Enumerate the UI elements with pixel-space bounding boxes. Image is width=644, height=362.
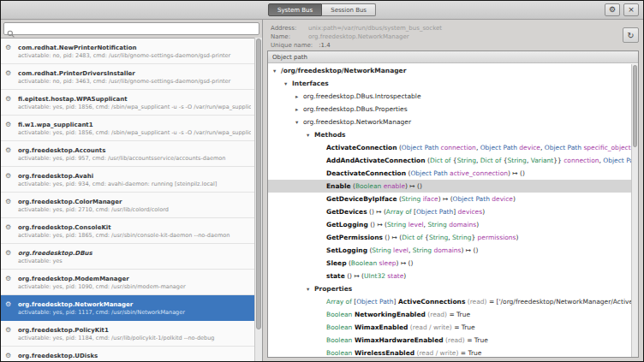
tree-row[interactable]: GetDeviceByIpIface (String iface) ↦ (Obj… — [268, 193, 631, 205]
type-label: String — [413, 246, 432, 254]
tree-row[interactable]: ActivateConnection (Object Path connecti… — [268, 141, 631, 154]
object-path-type: Object Path — [402, 144, 438, 151]
service-item[interactable]: ⚙org.freedesktop.UDisks — [1, 347, 254, 361]
service-detail: activatable: yes, pid: 1090, cmd: /usr/s… — [18, 283, 251, 291]
object-path-type: Object Path — [453, 195, 490, 203]
method-name: AddAndActivateConnection — [326, 157, 426, 164]
service-item[interactable]: ⚙org.freedesktop.NetworkManageractivatab… — [1, 295, 254, 321]
tree-scrollbar[interactable] — [631, 64, 638, 357]
method-name: Sleep — [326, 259, 347, 267]
expander-open-icon[interactable]: ▾ — [307, 283, 314, 295]
tree-row[interactable]: ▸org.freedesktop.DBus.Introspectable — [268, 90, 631, 103]
search-box — [3, 22, 259, 35]
tree-row[interactable]: GetDevices () ↦ (Array of [Object Path] … — [268, 205, 631, 218]
service-item[interactable]: ⚙org.freedesktop.ConsoleKitactivatable: … — [1, 218, 254, 244]
method-name: GetLogging — [326, 221, 368, 228]
search-input[interactable] — [15, 24, 256, 33]
name-value: org.freedesktop.NetworkManager — [308, 33, 409, 40]
service-item[interactable]: ⚙com.redhat.NewPrinterNotificationactiva… — [1, 39, 254, 64]
service-gear-icon: ⚙ — [5, 250, 11, 257]
service-detail: activatable: no, pid: 3463, cmd: /usr/li… — [18, 78, 251, 86]
tree-row[interactable]: Boolean NetworkingEnabled (read) = True — [268, 308, 631, 321]
expander-open-icon[interactable]: ▾ — [273, 65, 281, 77]
service-name: org.freedesktop.DBus — [18, 249, 251, 258]
tree-row[interactable]: Boolean WimaxEnabled (read / write) = Tr… — [268, 321, 631, 334]
tree-row[interactable]: AddAndActivateConnection (Dict of {Strin… — [268, 154, 631, 167]
type-label: Boolean — [326, 323, 352, 331]
type-label: Boolean — [326, 349, 352, 357]
object-path-type: Object Path — [480, 144, 517, 151]
object-path-column-header[interactable]: Object path — [268, 51, 638, 63]
type-label: String — [508, 157, 527, 164]
tree-row[interactable]: GetPermissions () ↦ (Dict of {String, St… — [268, 231, 631, 244]
expander-open-icon[interactable]: ▾ — [284, 78, 292, 90]
tree-row[interactable]: state () ↦ (UInt32 state) — [268, 270, 631, 282]
sidebar-scrollbar-thumb[interactable] — [256, 39, 261, 329]
service-item[interactable]: ⚙org.freedesktop.ColorManageractivatable… — [1, 193, 254, 218]
tree-row[interactable]: ▾Interfaces — [268, 77, 631, 90]
tree-row[interactable]: ▾org.freedesktop.NetworkManager — [268, 116, 631, 128]
tree-row[interactable]: ▾Methods — [268, 128, 631, 141]
service-item[interactable]: ⚙com.redhat.PrinterDriversInstalleractiv… — [1, 64, 254, 90]
signature-text: = ['/org/freedesktop/NetworkManager/Acti… — [487, 298, 632, 306]
name-label: Name: — [271, 33, 308, 41]
tree-row[interactable]: Array of [Object Path] ActiveConnections… — [268, 295, 631, 308]
service-item[interactable]: ⚙org.freedesktop.ModemManageractivatable… — [1, 270, 254, 295]
service-name: org.freedesktop.ColorManager — [18, 198, 251, 206]
unique-name-label: Unique name: — [271, 42, 313, 50]
tree-row[interactable]: Boolean WimaxHardwareEnabled (read) = Tr… — [268, 334, 631, 347]
close-button[interactable]: × — [623, 3, 639, 16]
unique-name-row: Unique name::1.4 — [271, 42, 617, 50]
refresh-button[interactable]: ↻ — [623, 27, 639, 43]
interface-name: org.freedesktop.DBus.Properties — [303, 105, 408, 113]
type-label: String — [452, 234, 471, 241]
arg-name: state — [385, 272, 403, 280]
tree-row[interactable]: ▾Properties — [268, 282, 631, 295]
expander-open-icon[interactable]: ▾ — [307, 129, 314, 141]
expander-closed-icon[interactable]: ▸ — [295, 91, 303, 103]
name-row: Name:org.freedesktop.NetworkManager — [271, 33, 617, 41]
service-item[interactable]: ⚙org.freedesktop.Accountsactivatable: ye… — [1, 141, 254, 167]
tree-row[interactable]: ▸org.freedesktop.DBus.Properties — [268, 103, 631, 116]
arg-name: enable — [381, 182, 405, 190]
sidebar-scrollbar[interactable] — [254, 38, 262, 361]
expander-open-icon[interactable]: ▾ — [295, 116, 303, 128]
signature-text: () ↦ ( — [383, 234, 402, 241]
dfeet-window: System Bus Session Bus ⚙ × ⚙com.redhat.N… — [0, 0, 644, 362]
type-label: Dict of — [430, 157, 451, 164]
arg-name: level — [391, 246, 408, 254]
session-bus-button[interactable]: Session Bus — [322, 3, 376, 16]
address-value: unix:path=/var/run/dbus/system_bus_socke… — [308, 25, 442, 32]
access-label: (read) — [444, 336, 465, 344]
signature-text: ) ↦ () — [508, 169, 525, 177]
access-label: (read) — [465, 298, 486, 306]
expander-closed-icon[interactable]: ▸ — [295, 104, 303, 116]
tree-row[interactable]: Boolean WirelessEnabled (read / write) =… — [268, 347, 631, 357]
tree-row[interactable]: Enable (Boolean enable) ↦ () — [268, 180, 631, 193]
service-item[interactable]: ⚙fi.epitest.hostap.WPASupplicantactivata… — [1, 90, 254, 116]
tree-row[interactable]: DeactivateConnection (Object Path active… — [268, 167, 631, 180]
type-label: Dict of — [402, 234, 423, 241]
settings-button[interactable]: ⚙ — [605, 3, 620, 16]
arg-name: device — [490, 195, 513, 203]
tree-scrollbar-thumb[interactable] — [633, 65, 637, 147]
arg-name: specific_object — [581, 144, 631, 151]
signature-text: ) ↦ () — [405, 182, 422, 190]
arg-name: active_connection — [448, 169, 508, 177]
tree-row[interactable]: Sleep (Boolean sleep) ↦ () — [268, 257, 631, 270]
gear-icon: ⚙ — [609, 5, 616, 14]
tree-row[interactable]: GetLogging () ↦ (String level, String do… — [268, 218, 631, 231]
node-label: Interfaces — [292, 80, 329, 87]
signature-text: { — [423, 234, 429, 241]
service-item[interactable]: ⚙org.freedesktop.PolicyKit1activatable: … — [1, 321, 254, 347]
service-item[interactable]: ⚙org.freedesktop.DBusactivatable: yes — [1, 244, 254, 270]
type-label: Dict of — [480, 157, 502, 164]
tree-row[interactable]: ▾/org/freedesktop/NetworkManager — [268, 64, 631, 77]
system-bus-button[interactable]: System Bus — [268, 3, 322, 16]
detail-panel: Address:unix:path=/var/run/dbus/system_b… — [263, 20, 643, 361]
service-item[interactable]: ⚙fi.w1.wpa_supplicant1activatable: yes, … — [1, 116, 254, 141]
service-item[interactable]: ⚙org.freedesktop.Avahiactivatable: yes, … — [1, 167, 254, 193]
object-path-type: Object Path — [603, 157, 631, 164]
arg-name: device — [517, 144, 540, 151]
tree-row[interactable]: SetLogging (String level, String domains… — [268, 244, 631, 257]
